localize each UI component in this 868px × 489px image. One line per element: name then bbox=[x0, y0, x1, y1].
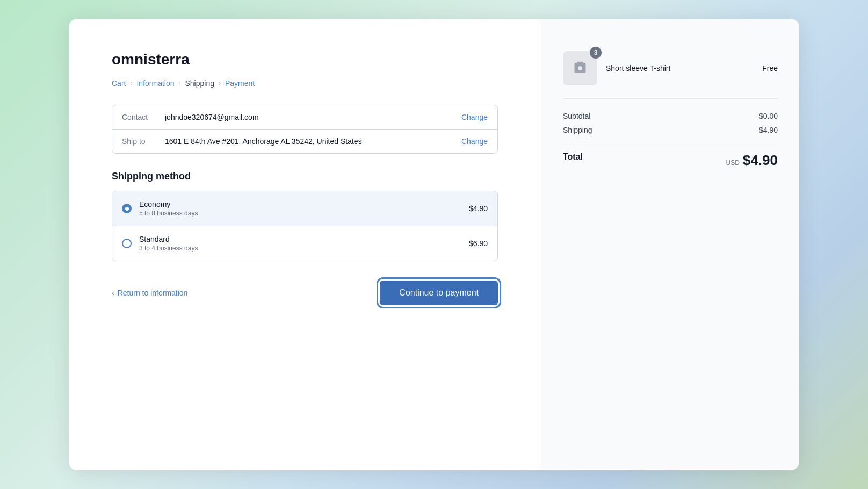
contact-value: johndoe320674@gmail.com bbox=[165, 113, 461, 121]
shipping-options: Economy 5 to 8 business days $4.90 Stand… bbox=[112, 191, 498, 261]
shipping-method-title: Shipping method bbox=[112, 171, 498, 182]
contact-row: Contact johndoe320674@gmail.com Change bbox=[112, 105, 497, 129]
contact-label: Contact bbox=[122, 113, 165, 121]
breadcrumb-information[interactable]: Information bbox=[136, 79, 174, 88]
total-label: Total bbox=[563, 152, 583, 169]
summary-rows: Subtotal $0.00 Shipping $4.90 bbox=[563, 112, 778, 134]
return-link-label: Return to information bbox=[118, 289, 188, 297]
total-row: Total USD $4.90 bbox=[563, 143, 778, 169]
chevron-icon-3: › bbox=[219, 80, 221, 87]
radio-outer-standard bbox=[122, 239, 132, 248]
quantity-badge: 3 bbox=[590, 47, 602, 59]
camera-icon bbox=[573, 61, 588, 76]
store-name: omnisterra bbox=[112, 51, 498, 68]
subtotal-label: Subtotal bbox=[563, 112, 590, 120]
radio-inner-economy bbox=[125, 207, 129, 211]
shipping-name-standard: Standard bbox=[139, 235, 469, 243]
product-name: Short sleeve T-shirt bbox=[606, 64, 754, 73]
product-price: Free bbox=[762, 64, 778, 73]
total-currency: USD bbox=[726, 159, 740, 167]
ship-to-change-button[interactable]: Change bbox=[461, 137, 488, 146]
ship-to-row: Ship to 1601 E 84th Ave #201, Anchorage … bbox=[112, 129, 497, 153]
breadcrumb-cart[interactable]: Cart bbox=[112, 79, 126, 88]
bottom-nav: ‹ Return to information Continue to paym… bbox=[112, 281, 498, 305]
total-right: USD $4.90 bbox=[726, 152, 778, 169]
product-image-wrap: 3 bbox=[563, 51, 597, 85]
chevron-left-icon: ‹ bbox=[112, 289, 114, 297]
subtotal-row: Subtotal $0.00 bbox=[563, 112, 778, 120]
shipping-info-standard: Standard 3 to 4 business days bbox=[139, 235, 469, 252]
breadcrumb-payment[interactable]: Payment bbox=[225, 79, 255, 88]
continue-to-payment-button[interactable]: Continue to payment bbox=[380, 281, 498, 305]
chevron-icon-2: › bbox=[179, 80, 181, 87]
shipping-days-standard: 3 to 4 business days bbox=[139, 244, 469, 252]
radio-standard bbox=[122, 239, 132, 248]
shipping-option-standard[interactable]: Standard 3 to 4 business days $6.90 bbox=[112, 226, 497, 261]
right-panel: 3 Short sleeve T-shirt Free Subtotal $0.… bbox=[541, 19, 799, 470]
shipping-days-economy: 5 to 8 business days bbox=[139, 210, 469, 217]
shipping-name-economy: Economy bbox=[139, 200, 469, 208]
total-amount: $4.90 bbox=[743, 152, 778, 169]
ship-to-label: Ship to bbox=[122, 137, 165, 146]
breadcrumb: Cart › Information › Shipping › Payment bbox=[112, 79, 498, 88]
main-card: omnisterra Cart › Information › Shipping… bbox=[69, 19, 799, 470]
radio-economy bbox=[122, 204, 132, 213]
shipping-summary-label: Shipping bbox=[563, 126, 592, 134]
left-panel: omnisterra Cart › Information › Shipping… bbox=[69, 19, 541, 470]
shipping-option-economy[interactable]: Economy 5 to 8 business days $4.90 bbox=[112, 191, 497, 226]
shipping-summary-value: $4.90 bbox=[759, 126, 778, 134]
info-box: Contact johndoe320674@gmail.com Change S… bbox=[112, 105, 498, 154]
subtotal-value: $0.00 bbox=[759, 112, 778, 120]
chevron-icon-1: › bbox=[130, 80, 132, 87]
shipping-info-economy: Economy 5 to 8 business days bbox=[139, 200, 469, 217]
contact-change-button[interactable]: Change bbox=[461, 113, 488, 121]
return-to-information-link[interactable]: ‹ Return to information bbox=[112, 289, 187, 297]
breadcrumb-shipping: Shipping bbox=[185, 79, 215, 88]
shipping-price-standard: $6.90 bbox=[469, 239, 488, 248]
radio-outer-economy bbox=[122, 204, 132, 213]
ship-to-value: 1601 E 84th Ave #201, Anchorage AL 35242… bbox=[165, 137, 461, 146]
product-row: 3 Short sleeve T-shirt Free bbox=[563, 51, 778, 99]
shipping-price-economy: $4.90 bbox=[469, 204, 488, 213]
shipping-row: Shipping $4.90 bbox=[563, 126, 778, 134]
